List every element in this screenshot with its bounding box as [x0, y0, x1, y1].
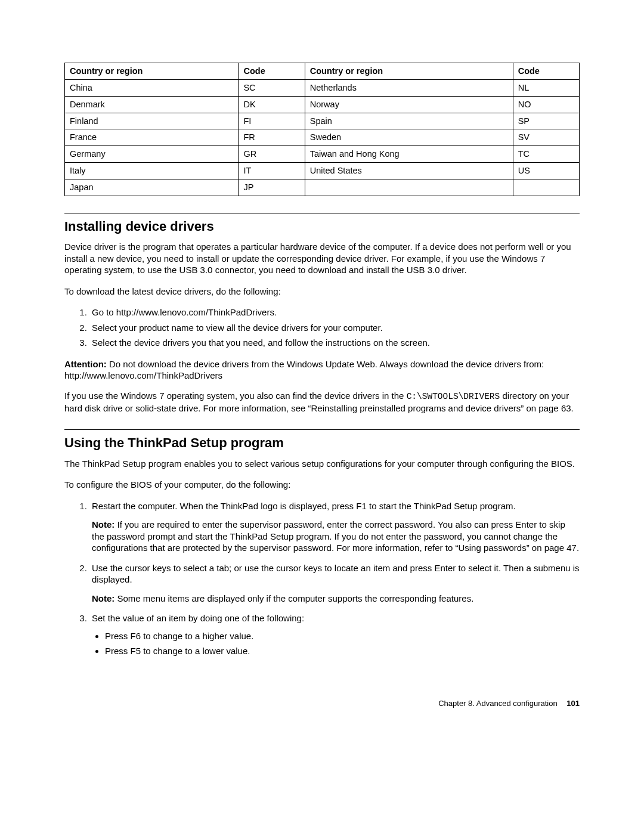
attention-text: Do not download the device drivers from … — [107, 359, 544, 369]
attention-label: Attention: — [64, 359, 107, 369]
list-item: Select your product name to view all the… — [89, 322, 580, 334]
table-cell: SC — [239, 79, 305, 96]
country-code-table: Country or region Code Country or region… — [64, 63, 580, 196]
paragraph: Device driver is the program that operat… — [64, 241, 580, 276]
table-cell: Taiwan and Hong Kong — [305, 146, 513, 163]
note-text: Some menu items are displayed only if th… — [114, 593, 473, 603]
table-cell: JP — [239, 179, 305, 196]
list-item: Press F5 to change to a lower value. — [105, 645, 580, 657]
note-paragraph: Note: Some menu items are displayed only… — [92, 593, 580, 605]
table-cell: GR — [239, 146, 305, 163]
table-row: JapanJP — [65, 179, 580, 196]
section-rule — [64, 213, 580, 213]
list-item: Select the device drivers you that you n… — [89, 337, 580, 349]
table-cell: IT — [239, 163, 305, 179]
table-row: FranceFRSwedenSV — [65, 129, 580, 146]
page-footer: Chapter 8. Advanced configuration 101 — [64, 699, 580, 709]
text-part: If you use the Windows 7 operating syste… — [64, 391, 407, 401]
table-row: GermanyGRTaiwan and Hong KongTC — [65, 146, 580, 163]
step-text: Set the value of an item by doing one of… — [92, 613, 304, 623]
table-cell: United States — [305, 163, 513, 179]
table-cell: US — [513, 163, 579, 179]
table-cell — [305, 179, 513, 196]
attention-paragraph: Attention: Do not download the device dr… — [64, 358, 580, 382]
note-label: Note: — [92, 519, 114, 529]
heading-thinkpad-setup: Using the ThinkPad Setup program — [64, 435, 580, 452]
note-paragraph: Note: If you are required to enter the s… — [92, 519, 580, 554]
list-item: Restart the computer. When the ThinkPad … — [89, 500, 580, 554]
table-row: FinlandFISpainSP — [65, 113, 580, 129]
paragraph: The ThinkPad Setup program enables you t… — [64, 458, 580, 470]
table-cell: NO — [513, 96, 579, 113]
table-cell: Netherlands — [305, 79, 513, 96]
paragraph: To download the latest device drivers, d… — [64, 286, 580, 298]
footer-chapter: Chapter 8. Advanced configuration — [438, 699, 557, 708]
table-cell: SV — [513, 129, 579, 146]
table-header: Country or region — [305, 63, 513, 80]
table-cell: Denmark — [65, 96, 239, 113]
table-cell: Spain — [305, 113, 513, 129]
driver-steps-list: Go to http://www.lenovo.com/ThinkPadDriv… — [64, 306, 580, 349]
table-row: ItalyITUnited StatesUS — [65, 163, 580, 179]
paragraph: If you use the Windows 7 operating syste… — [64, 390, 580, 414]
list-item: Use the cursor keys to select a tab; or … — [89, 562, 580, 605]
table-cell: France — [65, 129, 239, 146]
table-row: ChinaSCNetherlandsNL — [65, 79, 580, 96]
table-cell: TC — [513, 146, 579, 163]
bios-steps-list: Restart the computer. When the ThinkPad … — [64, 500, 580, 657]
section-installing-drivers: Installing device drivers Device driver … — [64, 213, 580, 414]
value-change-list: Press F6 to change to a higher value. Pr… — [92, 630, 580, 657]
table-cell: NL — [513, 79, 579, 96]
table-header: Country or region — [65, 63, 239, 80]
table-cell: SP — [513, 113, 579, 129]
table-header: Code — [513, 63, 579, 80]
list-item: Go to http://www.lenovo.com/ThinkPadDriv… — [89, 306, 580, 318]
table-cell: DK — [239, 96, 305, 113]
table-row: DenmarkDKNorwayNO — [65, 96, 580, 113]
table-cell: Japan — [65, 179, 239, 196]
table-cell: Sweden — [305, 129, 513, 146]
paragraph: To configure the BIOS of your computer, … — [64, 479, 580, 491]
table-body: ChinaSCNetherlandsNLDenmarkDKNorwayNOFin… — [65, 79, 580, 196]
step-text: Use the cursor keys to select a tab; or … — [92, 563, 580, 585]
table-cell: FI — [239, 113, 305, 129]
heading-installing-drivers: Installing device drivers — [64, 218, 580, 236]
table-header: Code — [239, 63, 305, 80]
table-cell: China — [65, 79, 239, 96]
list-item: Set the value of an item by doing one of… — [89, 612, 580, 657]
footer-page-number: 101 — [566, 699, 580, 708]
section-thinkpad-setup: Using the ThinkPad Setup program The Thi… — [64, 429, 580, 657]
table-cell — [513, 179, 579, 196]
code-path: C:\SWTOOLS\DRIVERS — [407, 392, 500, 401]
list-item: Press F6 to change to a higher value. — [105, 630, 580, 642]
table-cell: Finland — [65, 113, 239, 129]
step-text: Restart the computer. When the ThinkPad … — [92, 501, 516, 511]
table-cell: Germany — [65, 146, 239, 163]
attention-url: http://www.lenovo.com/ThinkPadDrivers — [64, 370, 222, 380]
table-cell: Norway — [305, 96, 513, 113]
note-text: If you are required to enter the supervi… — [92, 519, 579, 553]
table-cell: Italy — [65, 163, 239, 179]
section-rule — [64, 429, 580, 430]
note-label: Note: — [92, 593, 114, 603]
table-cell: FR — [239, 129, 305, 146]
